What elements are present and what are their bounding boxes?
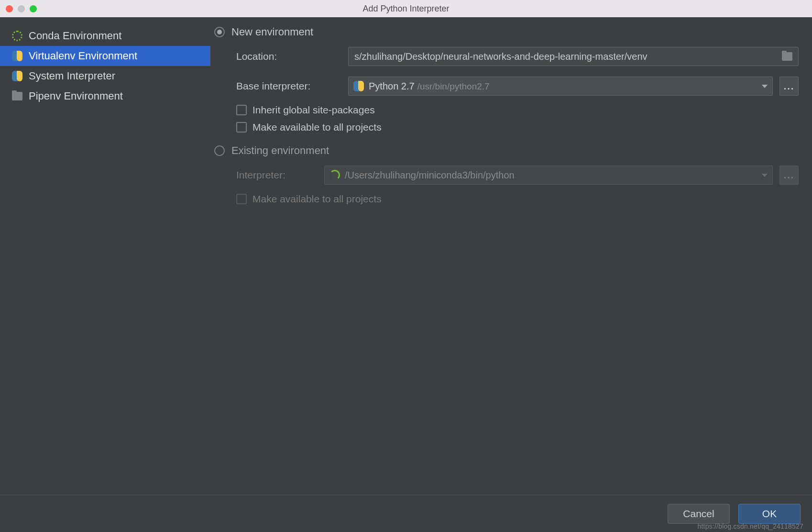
ellipsis-icon: ... <box>784 170 795 181</box>
existing-environment-label: Existing environment <box>231 144 329 157</box>
python-icon <box>11 50 23 62</box>
base-interpreter-label: Base interpreter: <box>236 80 341 92</box>
interpreter-label: Interpreter: <box>236 169 318 181</box>
sidebar-item-conda[interactable]: Conda Environment <box>0 26 210 46</box>
base-interpreter-value: Python 2.7/usr/bin/python2.7 <box>369 81 757 92</box>
python-icon <box>11 70 23 82</box>
inherit-global-label: Inherit global site-packages <box>252 104 375 116</box>
cancel-label: Cancel <box>683 508 714 520</box>
checkbox-icon <box>236 122 247 133</box>
zoom-window-button[interactable] <box>30 5 37 12</box>
ok-button[interactable]: OK <box>738 504 801 524</box>
location-value: s/zhulihang/Desktop/neural-networks-and-… <box>354 51 777 62</box>
browse-folder-icon[interactable] <box>782 52 792 61</box>
make-available-existing-checkbox: Make available to all projects <box>236 193 799 205</box>
make-available-existing-label: Make available to all projects <box>252 193 382 205</box>
interpreter-settings-pane: New environment Location: s/zhulihang/De… <box>210 17 812 495</box>
new-environment-form: Location: s/zhulihang/Desktop/neural-net… <box>236 47 799 96</box>
sidebar-item-pipenv[interactable]: Pipenv Environment <box>0 86 210 106</box>
location-label: Location: <box>236 51 341 62</box>
sidebar-item-system[interactable]: System Interpreter <box>0 66 210 86</box>
new-environment-radio-row[interactable]: New environment <box>214 26 799 38</box>
inherit-global-checkbox[interactable]: Inherit global site-packages <box>236 104 799 116</box>
cancel-button[interactable]: Cancel <box>668 504 730 524</box>
python-icon <box>353 81 364 91</box>
make-available-checkbox[interactable]: Make available to all projects <box>236 122 799 133</box>
checkbox-icon <box>236 105 247 115</box>
close-window-button[interactable] <box>6 5 13 12</box>
dialog-footer: Cancel OK https://blog.csdn.net/qq_24118… <box>0 495 812 532</box>
existing-interpreter-combo: /Users/zhulihang/miniconda3/bin/python <box>324 166 773 185</box>
minimize-window-button[interactable] <box>18 5 25 12</box>
chevron-down-icon <box>762 174 768 177</box>
sidebar-item-label: Virtualenv Environment <box>29 50 137 62</box>
new-environment-label: New environment <box>231 26 313 38</box>
sidebar-item-label: Conda Environment <box>29 30 121 42</box>
ellipsis-icon: ... <box>784 81 795 92</box>
window-title: Add Python Interpreter <box>0 4 812 14</box>
location-input[interactable]: s/zhulihang/Desktop/neural-networks-and-… <box>348 47 799 66</box>
sidebar-item-label: Pipenv Environment <box>29 90 123 102</box>
base-interpreter-combo[interactable]: Python 2.7/usr/bin/python2.7 <box>348 77 773 96</box>
sidebar-item-label: System Interpreter <box>29 70 115 82</box>
existing-environment-form: Interpreter: /Users/zhulihang/miniconda3… <box>236 166 799 185</box>
loading-icon <box>329 170 340 180</box>
titlebar: Add Python Interpreter <box>0 0 812 17</box>
window-controls <box>6 5 37 12</box>
make-available-label: Make available to all projects <box>252 122 382 133</box>
conda-icon <box>11 30 23 42</box>
checkbox-icon <box>236 194 247 204</box>
folder-icon <box>11 90 23 102</box>
existing-interpreter-more-button: ... <box>779 166 799 185</box>
existing-environment-radio-row[interactable]: Existing environment <box>214 144 799 157</box>
dialog-body: Conda Environment Virtualenv Environment… <box>0 17 812 495</box>
sidebar-item-virtualenv[interactable]: Virtualenv Environment <box>0 46 210 66</box>
watermark-text: https://blog.csdn.net/qq_24118527 <box>698 522 803 530</box>
interpreter-type-sidebar: Conda Environment Virtualenv Environment… <box>0 17 210 495</box>
radio-icon <box>214 27 225 37</box>
base-interpreter-more-button[interactable]: ... <box>779 77 799 96</box>
ok-label: OK <box>762 508 777 520</box>
existing-interpreter-value: /Users/zhulihang/miniconda3/bin/python <box>345 170 757 181</box>
radio-icon <box>214 145 225 156</box>
chevron-down-icon <box>762 85 768 88</box>
